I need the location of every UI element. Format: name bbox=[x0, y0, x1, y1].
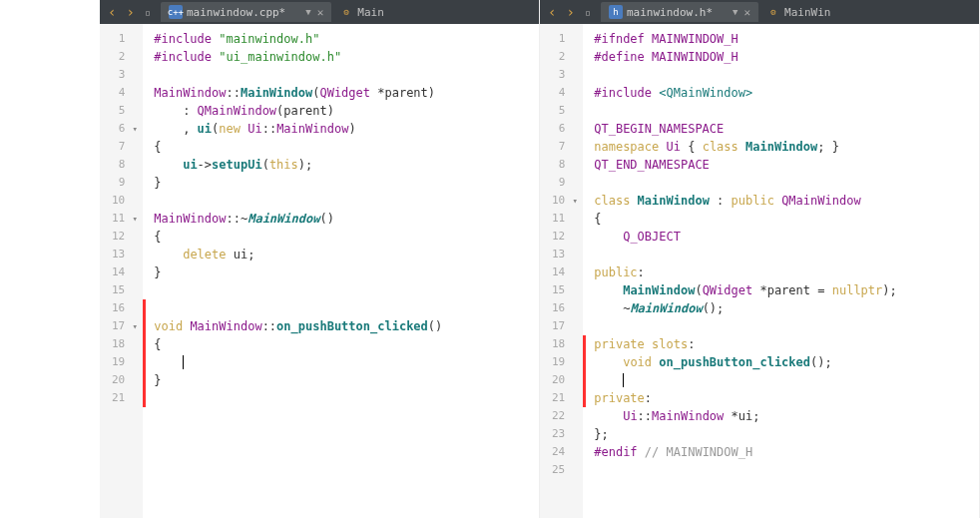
fold-column-right[interactable]: ▾ bbox=[571, 24, 583, 518]
fold-column-left[interactable]: ▾▾▾ bbox=[131, 24, 143, 518]
gutter-left: 123456789101112131415161718192021 bbox=[100, 24, 131, 518]
code-left[interactable]: #include "mainwindow.h"#include "ui_main… bbox=[146, 24, 539, 518]
tab-label: mainwindow.h* bbox=[627, 6, 713, 19]
tab-dropdown-icon[interactable]: ▼ bbox=[733, 7, 737, 17]
side-tab-label: MainWin bbox=[784, 6, 830, 19]
nav-forward-icon[interactable]: › bbox=[122, 4, 138, 20]
side-tab-mainwin[interactable]: ⚙ MainWin bbox=[766, 5, 830, 19]
nav-back-icon[interactable]: ‹ bbox=[544, 4, 560, 20]
side-tab-main[interactable]: ⚙ Main bbox=[339, 5, 384, 19]
link-icon: ⚙ bbox=[766, 5, 780, 19]
link-icon: ⚙ bbox=[339, 5, 353, 19]
gutter-right: 1234567891011121314151617181920212223242… bbox=[540, 24, 571, 518]
code-right[interactable]: #ifndef MAINWINDOW_H#define MAINWINDOW_H… bbox=[586, 24, 979, 518]
bookmark-icon[interactable]: ▫ bbox=[581, 7, 595, 18]
tab-close-icon[interactable]: ✕ bbox=[743, 6, 750, 19]
tab-dropdown-icon[interactable]: ▼ bbox=[305, 7, 310, 17]
nav-forward-icon[interactable]: › bbox=[562, 4, 578, 20]
bookmark-icon[interactable]: ▫ bbox=[141, 7, 155, 18]
editor-left[interactable]: 123456789101112131415161718192021 ▾▾▾ #i… bbox=[100, 24, 539, 518]
tab-h[interactable]: h mainwindow.h* ▼ ✕ bbox=[601, 2, 758, 22]
tab-label: mainwindow.cpp* bbox=[187, 6, 285, 19]
left-editor-pane: ‹ › ▫ c++ mainwindow.cpp* ▼ ✕ ⚙ Main 123… bbox=[100, 0, 540, 518]
h-file-icon: h bbox=[609, 5, 623, 19]
tabbar-right: ‹ › ▫ h mainwindow.h* ▼ ✕ ⚙ MainWin bbox=[540, 0, 979, 24]
tab-cpp[interactable]: c++ mainwindow.cpp* ▼ ✕ bbox=[161, 2, 331, 22]
tabbar-left: ‹ › ▫ c++ mainwindow.cpp* ▼ ✕ ⚙ Main bbox=[100, 0, 539, 24]
right-editor-pane: ‹ › ▫ h mainwindow.h* ▼ ✕ ⚙ MainWin 1234… bbox=[540, 0, 980, 518]
nav-back-icon[interactable]: ‹ bbox=[104, 4, 120, 20]
editor-right[interactable]: 1234567891011121314151617181920212223242… bbox=[540, 24, 979, 518]
side-tab-label: Main bbox=[357, 6, 384, 19]
tab-close-icon[interactable]: ✕ bbox=[317, 6, 324, 19]
cpp-file-icon: c++ bbox=[169, 5, 183, 19]
